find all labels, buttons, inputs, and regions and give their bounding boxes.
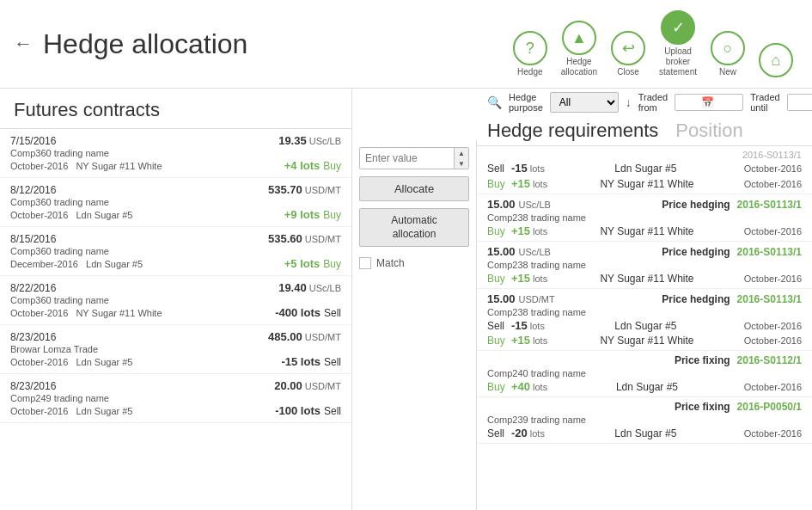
hedge-trading: Comp239 trading name [487,415,802,425]
hedge-purpose-select[interactable]: All Price hedging Price fixing [550,92,619,113]
hedge-action: Sell [487,427,511,439]
home-icon: ⌂ [759,43,793,77]
futures-unit: USD/MT [305,234,341,244]
toolbar-close-label: Close [617,67,639,77]
allocate-button[interactable]: Allocate [359,176,469,201]
hedge-list[interactable]: 2016-S0113/1 Sell -15 lots Ldn Sugar #5 … [477,145,812,510]
futures-list[interactable]: 7/15/2016 19.35USc/LB Comp360 trading na… [0,128,351,510]
futures-lots: +5 lots [284,257,321,270]
futures-price: 535.70 [268,183,302,196]
hedge-action: Buy [487,225,511,237]
futures-lots: +4 lots [284,159,321,172]
hedge-lots-label: lots [530,163,545,174]
hedge-period: October-2016 [744,226,802,237]
futures-price: 20.00 [274,379,302,392]
hedge-period: October-2016 [744,335,802,346]
hedge-period: October-2016 [744,273,802,284]
list-item[interactable]: 15.00 USc/LB Price hedging 2016-S0113/1 … [477,242,812,289]
traded-until-field[interactable]: 📅 [787,94,812,111]
hedge-lots: -15 [511,162,528,175]
toolbar-hedge-allocation-label: Hedgeallocation [561,57,597,77]
toolbar-close[interactable]: ↩ Close [606,28,650,81]
hedge-tag-id: 2016-S0113/1 [737,293,802,305]
toolbar-upload[interactable]: ✓ Uploadbrokerstatement [654,7,702,81]
back-button[interactable]: ← [14,33,33,55]
futures-details: October-2016 Ldn Sugar #5 [10,357,132,367]
hedge-lots-label: lots [533,273,547,284]
toolbar-home[interactable]: ⌂ [754,40,798,81]
futures-title: Futures contracts [0,89,351,128]
hedge-tag-id: 2016-S0112/1 [737,354,802,366]
table-row[interactable]: 8/12/2016 535.70USD/MT Comp360 trading n… [0,178,351,227]
match-checkbox[interactable] [359,257,371,269]
upload-icon: ✓ [661,10,695,45]
match-label: Match [376,257,405,269]
hedge-allocation-icon: ▲ [562,21,596,55]
automatic-allocation-button[interactable]: Automaticallocation [359,208,469,247]
traded-from-label: Traded from [638,92,668,113]
hedge-value: 15.00 [487,198,516,211]
hedge-icon: ? [513,31,547,65]
list-item[interactable]: Price fixing 2016-P0050/1 Comp239 tradin… [477,397,812,444]
hedge-period: October-2016 [744,321,802,331]
hedge-lots: +15 [511,272,530,285]
spinner-down[interactable]: ▼ [455,158,468,169]
futures-unit: USD/MT [305,185,341,195]
hedge-tag: Price hedging [662,246,730,258]
list-item[interactable]: 2016-S0113/1 Sell -15 lots Ldn Sugar #5 … [477,146,812,194]
table-row[interactable]: 8/22/2016 19.40USc/LB Comp360 trading na… [0,276,351,325]
hedge-action: Buy [487,335,511,347]
list-item[interactable]: 15.00 USD/MT Price hedging 2016-S0113/1 … [477,289,812,351]
main-layout: Futures contracts 7/15/2016 19.35USc/LB … [0,89,812,510]
enter-value-container[interactable]: ▲ ▼ [359,147,469,169]
hedge-value: 15.00 [487,245,516,258]
futures-date: 8/23/2016 [10,380,56,392]
hedge-lots-label: lots [530,321,545,331]
hedge-action: Buy [487,273,511,285]
futures-date: 7/15/2016 [10,135,56,147]
futures-details: October-2016 Ldn Sugar #5 [10,210,132,220]
table-row[interactable]: 8/23/2016 20.00USD/MT Comp249 trading na… [0,374,351,423]
spinner-up[interactable]: ▲ [455,148,468,158]
table-row[interactable]: 8/15/2016 535.60USD/MT Comp360 trading n… [0,227,351,276]
close-icon: ↩ [611,31,645,65]
hedge-lots: +15 [511,177,530,190]
toolbar-new[interactable]: ○ New [705,28,750,81]
position-title: Position [675,120,742,142]
hedge-tag: Price hedging [662,293,730,305]
futures-details: December-2016 Ldn Sugar #5 [10,259,143,269]
filter-row: 🔍 Hedge purpose All Price hedging Price … [477,89,812,120]
table-row[interactable]: 7/15/2016 19.35USc/LB Comp360 trading na… [0,129,351,178]
list-item[interactable]: 15.00 USc/LB Price hedging 2016-S0113/1 … [477,194,812,242]
futures-unit: USc/LB [309,283,341,293]
hedge-tag: Price hedging [662,199,730,211]
toolbar-hedge-allocation[interactable]: ▲ Hedgeallocation [556,17,602,81]
futures-unit: USc/LB [309,136,341,146]
table-row[interactable]: 8/23/2016 485.00USD/MT Browar Lomza Trad… [0,325,351,374]
list-item[interactable]: Price fixing 2016-S0112/1 Comp240 tradin… [477,351,812,397]
futures-price: 19.35 [278,134,307,147]
sort-arrow-icon[interactable]: ↓ [626,95,632,109]
futures-date: 8/12/2016 [10,184,56,196]
hedge-period: October-2016 [744,163,802,174]
futures-unit: USD/MT [305,332,341,342]
calendar-icon[interactable]: 📅 [701,96,714,108]
hedge-lots-label: lots [530,428,545,439]
enter-value-input[interactable] [360,149,454,168]
toolbar-new-label: New [719,67,736,77]
hedge-lots: +40 [511,380,530,393]
toolbar-hedge[interactable]: ? Hedge [508,28,553,81]
futures-trading: Comp249 trading name [10,393,341,403]
hedge-instrument: NY Sugar #11 White [550,335,744,347]
hedge-instrument: Ldn Sugar #5 [547,163,744,175]
hedge-tag-id: 2016-S0113/1 [737,246,802,258]
hedge-action: Sell [487,320,511,332]
futures-action: Buy [323,160,341,172]
hedge-instrument: Ldn Sugar #5 [547,427,744,439]
traded-from-field[interactable]: 📅 [675,94,743,111]
hedge-instrument: NY Sugar #11 White [550,273,744,285]
hedge-instrument: Ldn Sugar #5 [550,381,744,393]
futures-lots: -15 lots [281,355,321,368]
match-row: Match [359,257,469,269]
futures-trading: Comp360 trading name [10,295,341,305]
